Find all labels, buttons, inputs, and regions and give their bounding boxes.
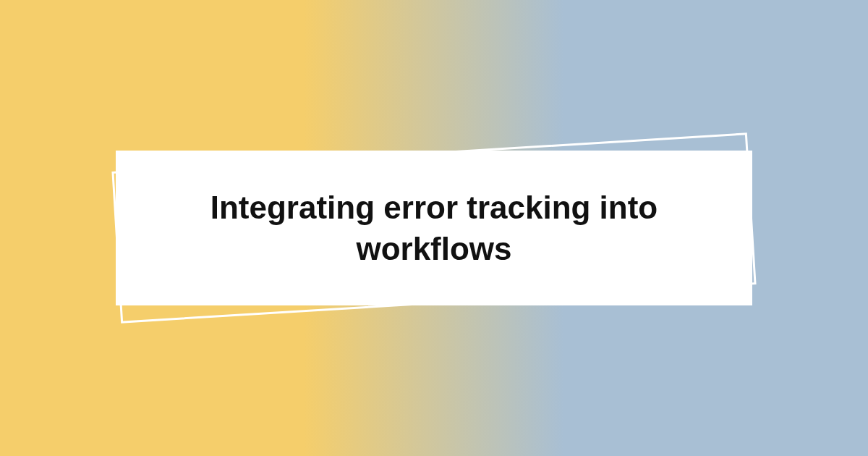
page-title: Integrating error tracking into workflow… [159,187,709,269]
title-card-wrapper: Integrating error tracking into workflow… [116,151,752,305]
title-card: Integrating error tracking into workflow… [116,151,752,305]
